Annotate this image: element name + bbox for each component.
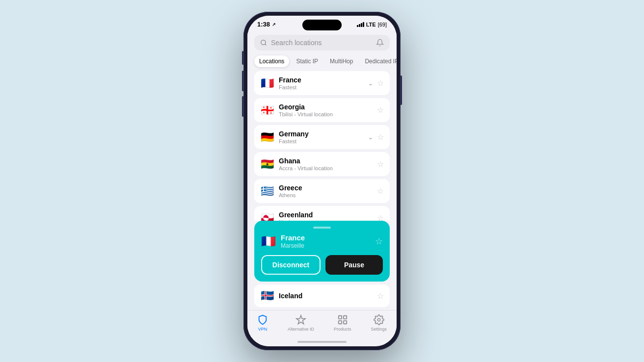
- flag-germany: 🇩🇪: [260, 131, 274, 144]
- star-icon-france[interactable]: ☆: [377, 78, 384, 88]
- nav-label-products: Products: [334, 327, 351, 332]
- battery-icon: [69]: [378, 22, 387, 27]
- location-item-greece[interactable]: 🇬🇷 Greece Athens ☆: [254, 179, 390, 203]
- nav-label-vpn: VPN: [258, 327, 268, 332]
- phone-screen: 1:38 ↗ LTE [69]: [247, 16, 397, 346]
- location-item-ghana[interactable]: 🇬🇭 Ghana Accra - Virtual location ☆: [254, 152, 390, 176]
- connected-card: 🇫🇷 France Marseille ☆ Disconnect Pause: [254, 221, 390, 282]
- location-name-france: France: [279, 76, 363, 84]
- location-item-greenland[interactable]: 🇬🇱 Greenland Nuuk ☆: [254, 206, 390, 221]
- drag-handle: [313, 227, 331, 229]
- tab-locations[interactable]: Locations: [254, 55, 289, 67]
- status-icons: LTE [69]: [357, 22, 387, 27]
- gear-icon: [374, 314, 384, 325]
- star-icon-georgia[interactable]: ☆: [377, 105, 384, 115]
- connected-star-icon[interactable]: ☆: [375, 236, 383, 247]
- sparkle-icon: [295, 314, 306, 325]
- svg-line-1: [265, 44, 267, 46]
- tabs-row: Locations Static IP MultiHop Dedicated I…: [247, 53, 397, 71]
- location-item-iceland[interactable]: 🇮🇸 Iceland ☆: [254, 284, 390, 307]
- search-icon: [260, 39, 267, 46]
- status-time: 1:38 ↗: [257, 21, 276, 28]
- nav-item-vpn[interactable]: VPN: [257, 314, 268, 332]
- nav-label-settings: Settings: [371, 327, 387, 332]
- location-sub-ghana: Accra - Virtual location: [279, 165, 372, 171]
- location-name-greece: Greece: [279, 184, 372, 192]
- pause-button[interactable]: Pause: [325, 255, 383, 275]
- location-arrow-icon: ↗: [272, 22, 276, 27]
- bottom-navigation: VPN Alternative ID: [247, 310, 397, 337]
- vpn-shield-icon: [257, 314, 268, 325]
- location-item-georgia[interactable]: 🇬🇪 Georgia Tbilisi - Virtual location ☆: [254, 98, 390, 122]
- search-input[interactable]: Search locations: [271, 39, 372, 47]
- svg-rect-3: [344, 316, 347, 319]
- flag-iceland: 🇮🇸: [260, 289, 274, 302]
- star-icon-greece[interactable]: ☆: [377, 186, 384, 196]
- home-bar: [297, 341, 347, 343]
- nav-label-alt-id: Alternative ID: [288, 327, 314, 332]
- svg-rect-4: [338, 321, 341, 324]
- location-name-greenland: Greenland: [279, 211, 372, 219]
- nav-item-settings[interactable]: Settings: [371, 314, 387, 332]
- svg-point-6: [377, 318, 380, 321]
- tab-multihop[interactable]: MultiHop: [325, 55, 358, 67]
- tab-static-ip[interactable]: Static IP: [291, 55, 323, 67]
- status-bar: 1:38 ↗ LTE [69]: [247, 16, 397, 30]
- flag-greece: 🇬🇷: [260, 185, 274, 198]
- star-icon-iceland[interactable]: ☆: [377, 291, 384, 301]
- location-item-germany[interactable]: 🇩🇪 Germany Fastest ⌄ ☆: [254, 125, 390, 149]
- flag-france: 🇫🇷: [260, 77, 274, 90]
- grid-icon: [337, 314, 348, 325]
- disconnect-button[interactable]: Disconnect: [261, 255, 321, 275]
- search-bar-wrapper: Search locations: [247, 30, 397, 53]
- nav-item-alt-id[interactable]: Alternative ID: [288, 314, 314, 332]
- connected-country: France: [281, 233, 370, 242]
- search-bar[interactable]: Search locations: [254, 35, 390, 51]
- location-name-iceland: Iceland: [279, 292, 372, 300]
- flag-georgia: 🇬🇪: [260, 104, 274, 117]
- connected-buttons: Disconnect Pause: [261, 255, 383, 275]
- location-list: 🇫🇷 France Fastest ⌄ ☆ 🇬🇪 Georgia: [247, 71, 397, 221]
- nav-item-products[interactable]: Products: [334, 314, 351, 332]
- lte-label: LTE: [366, 22, 376, 27]
- tab-dedicated-ip[interactable]: Dedicated IP: [360, 55, 397, 67]
- location-name-georgia: Georgia: [279, 103, 372, 111]
- star-icon-ghana[interactable]: ☆: [377, 159, 384, 169]
- bell-icon[interactable]: [376, 39, 384, 47]
- phone-frame: 1:38 ↗ LTE [69]: [243, 12, 401, 350]
- connected-flag: 🇫🇷: [261, 234, 276, 248]
- dynamic-island: [302, 20, 342, 30]
- chevron-icon-france[interactable]: ⌄: [368, 80, 373, 87]
- home-indicator: [247, 337, 397, 346]
- flag-greenland: 🇬🇱: [260, 212, 274, 221]
- location-sub-france: Fastest: [279, 84, 363, 90]
- connected-city: Marseille: [281, 242, 370, 249]
- location-name-germany: Germany: [279, 130, 363, 138]
- location-item-france[interactable]: 🇫🇷 France Fastest ⌄ ☆: [254, 71, 390, 95]
- location-sub-germany: Fastest: [279, 138, 363, 144]
- star-icon-germany[interactable]: ☆: [377, 132, 384, 142]
- svg-rect-5: [344, 321, 347, 324]
- svg-point-0: [261, 40, 266, 45]
- star-icon-greenland[interactable]: ☆: [377, 213, 384, 221]
- chevron-icon-germany[interactable]: ⌄: [368, 134, 373, 141]
- location-sub-georgia: Tbilisi - Virtual location: [279, 111, 372, 117]
- signal-strength: [357, 22, 364, 27]
- flag-ghana: 🇬🇭: [260, 158, 274, 171]
- location-sub-greece: Athens: [279, 192, 372, 198]
- app-content: Search locations Locations Static IP Mul…: [247, 30, 397, 337]
- svg-rect-2: [338, 316, 341, 319]
- location-name-ghana: Ghana: [279, 157, 372, 165]
